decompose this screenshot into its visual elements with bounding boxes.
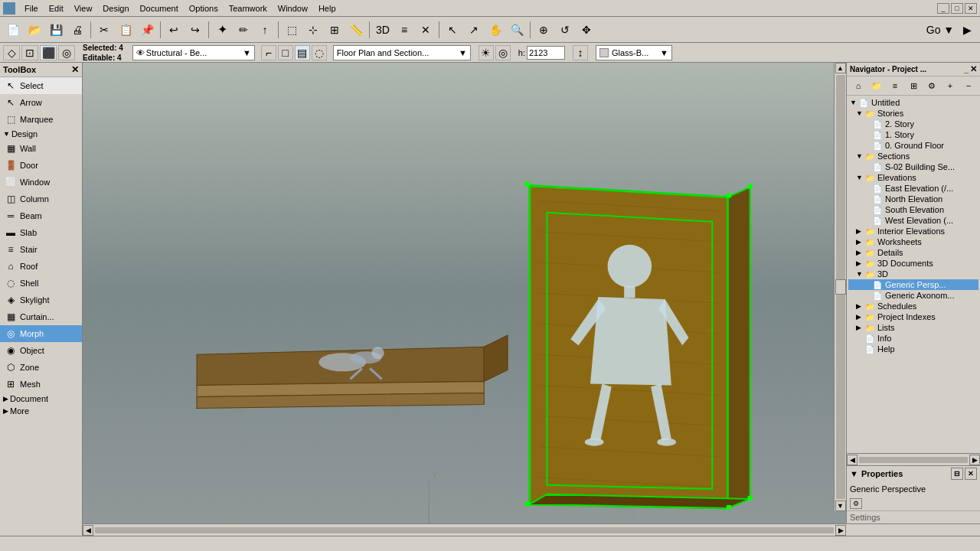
tb-go-btn[interactable]: Go ▼ [925,20,956,40]
tree-schedules[interactable]: ▶ 📁 Schedules [848,301,978,311]
tb-layer-btn[interactable]: ≡ [394,20,414,40]
tb-right-btn[interactable]: ▶ [957,20,977,40]
prop-detach-btn[interactable]: ⊟ [951,468,963,480]
nav-scroll-left[interactable]: ◀ [847,455,858,465]
floorplan-dropdown[interactable]: Floor Plan and Section... ▼ [333,45,471,60]
tool-curtain[interactable]: ▦ Curtain... [0,308,82,325]
structural-dropdown[interactable]: 👁 Structural - Be... ▼ [132,45,255,60]
menu-teamwork[interactable]: Teamwork [224,2,272,15]
save-button[interactable]: 💾 [46,20,66,40]
tb-hand-btn[interactable]: ✋ [485,20,505,40]
menu-design[interactable]: Design [98,2,133,15]
viewport[interactable]: Y X ▲ [83,63,846,523]
hscroll-right[interactable]: ▶ [835,525,846,536]
tree-story1[interactable]: 📄 1. Story [848,129,978,140]
scroll-up[interactable]: ▲ [835,63,846,73]
tb-close-layer[interactable]: ✕ [416,20,436,40]
nav-minimize-icon[interactable]: _ [964,64,969,74]
nav-home-btn[interactable]: ⌂ [850,78,867,93]
tb-grid-btn[interactable]: ⊞ [325,20,345,40]
tree-generic-persp[interactable]: 📄 Generic Persp... [848,279,978,290]
sun2-icon[interactable]: ◎ [495,45,511,60]
menu-options[interactable]: Options [185,2,223,15]
pencil-button[interactable]: ✏ [234,20,253,40]
tree-help[interactable]: 📄 Help [848,344,978,354]
undo-button[interactable]: ↩ [164,20,184,40]
tree-stories[interactable]: ▼ 📁 Stories [848,108,978,119]
paste-button[interactable]: 📌 [137,20,157,40]
properties-header[interactable]: ▼ Properties ⊟ ✕ [847,466,980,481]
pi-expand[interactable]: ▶ [856,313,864,321]
nav-h-scrollbar[interactable]: ◀ ▶ [847,453,980,465]
tool-object[interactable]: ◉ Object [0,342,82,359]
height-icon[interactable]: ↕ [573,45,588,60]
tree-east-elev[interactable]: 📄 East Elevation (/... [848,183,978,194]
tree-int-elev[interactable]: ▶ 📁 Interior Elevations [848,226,978,236]
prop-icon1[interactable]: ⚙ [850,498,862,509]
tool-stair[interactable]: ≡ Stair [0,241,82,258]
menu-file[interactable]: File [20,2,43,15]
cut-button[interactable]: ✂ [94,20,114,40]
nav-settings-btn[interactable]: ⚙ [923,78,940,93]
info-icon4[interactable]: ◎ [58,45,75,60]
tree-3d[interactable]: ▼ 📁 3D [848,269,978,279]
ws-expand[interactable]: ▶ [856,238,864,246]
toolbox-close[interactable]: ✕ [71,64,79,75]
view-icon4[interactable]: ◌ [312,45,327,60]
tb-snap-btn[interactable]: ⊹ [303,20,323,40]
nav-close-icon[interactable]: ✕ [970,64,977,74]
view-icon1[interactable]: ⌐ [261,45,276,60]
tool-shell[interactable]: ◌ Shell [0,275,82,292]
copy-button[interactable]: 📋 [116,20,136,40]
tree-north-elev[interactable]: 📄 North Elevation [848,194,978,204]
tree-worksheets[interactable]: ▶ 📁 Worksheets [848,236,978,247]
stories-expand[interactable]: ▼ [856,109,864,117]
tool-arrow[interactable]: ↖ Arrow [0,94,82,111]
view-icon3[interactable]: ▤ [295,45,310,60]
det-expand[interactable]: ▶ [856,249,864,256]
tree-elevations[interactable]: ▼ 📁 Elevations [848,172,978,183]
tool-skylight[interactable]: ◈ Skylight [0,292,82,308]
info-icon2[interactable]: ⊡ [21,45,38,60]
tree-details[interactable]: ▶ 📁 Details [848,247,978,258]
scroll-down[interactable]: ▼ [835,500,846,511]
tree-generic-axon[interactable]: 📄 Generic Axonom... [848,290,978,301]
lists-expand[interactable]: ▶ [856,324,864,331]
sun-icon[interactable]: ☀ [479,45,494,60]
tool-column[interactable]: ◫ Column [0,191,82,207]
nav-list-btn[interactable]: ≡ [887,78,903,93]
menu-window[interactable]: Window [273,2,312,15]
tool-slab[interactable]: ▬ Slab [0,224,82,241]
tree-proj-idx[interactable]: ▶ 📁 Project Indexes [848,311,978,322]
tb-zoom-btn[interactable]: 🔍 [507,20,527,40]
tool-document-section[interactable]: ▶ Document [0,393,82,405]
tool-select[interactable]: ↖ Select [0,77,82,94]
tree-untitled[interactable]: ▼ 📄 Untitled [848,97,978,108]
int-expand[interactable]: ▶ [856,227,864,235]
close-button[interactable]: ✕ [965,3,977,14]
nav-scroll-right[interactable]: ▶ [969,455,980,465]
tb-orbit-btn[interactable]: ↺ [555,20,575,40]
tool-zone[interactable]: ⬡ Zone [0,359,82,376]
tb-pointer-btn[interactable]: ↗ [464,20,484,40]
sections-expand[interactable]: ▼ [856,152,864,160]
view-icon2[interactable]: □ [278,45,293,60]
tool-design-section[interactable]: ▼ Design [0,128,82,140]
elevations-expand[interactable]: ▼ [856,174,864,181]
sched-expand[interactable]: ▶ [856,302,864,310]
nav-grid-btn[interactable]: ⊞ [905,78,922,93]
tb-pan-btn[interactable]: ✥ [577,20,596,40]
tree-story2[interactable]: 📄 2. Story [848,119,978,129]
hscroll-left[interactable]: ◀ [83,525,93,536]
tb-select-btn[interactable]: ⬚ [282,20,302,40]
scroll-handle-v[interactable] [835,279,846,295]
tool-more-section[interactable]: ▶ More [0,405,82,417]
3d-expand[interactable]: ▼ [856,270,864,278]
material-dropdown[interactable]: Glass-B... ▼ [596,45,672,60]
nav-folder-btn[interactable]: 📁 [868,78,885,93]
maximize-button[interactable]: □ [951,3,963,14]
tree-lists[interactable]: ▶ 📁 Lists [848,322,978,333]
minimize-button[interactable]: _ [937,3,949,14]
tool-window[interactable]: ⬜ Window [0,174,82,191]
tree-info[interactable]: 📄 Info [848,333,978,344]
